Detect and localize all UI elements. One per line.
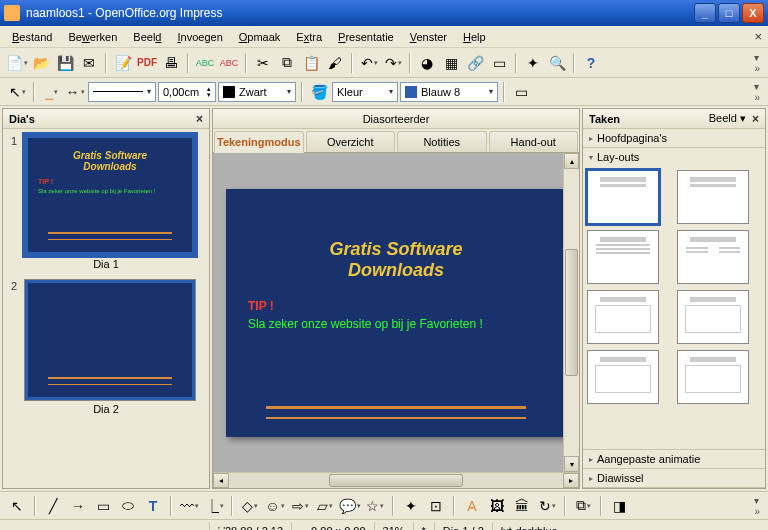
menu-bewerken[interactable]: Bewerken — [60, 29, 125, 45]
horizontal-scrollbar[interactable]: ◂ ▸ — [213, 472, 579, 488]
curve-tool[interactable]: 〰▾ — [178, 495, 200, 517]
menu-extra[interactable]: Extra — [288, 29, 330, 45]
arrange-tool[interactable]: ⧉▾ — [572, 495, 594, 517]
menu-presentatie[interactable]: Presentatie — [330, 29, 402, 45]
slide-panel: Dia's × 1 Gratis SoftwareDownloads TIP !… — [2, 108, 210, 489]
close-button[interactable]: X — [742, 3, 764, 23]
redo-button[interactable]: ↷▾ — [382, 52, 404, 74]
paste-button[interactable]: 📋 — [300, 52, 322, 74]
help-button[interactable]: ? — [580, 52, 602, 74]
menu-beeld[interactable]: Beeld — [125, 29, 169, 45]
save-button[interactable]: 💾 — [54, 52, 76, 74]
edit-button[interactable]: 📝 — [112, 52, 134, 74]
line-style-select[interactable]: ▾ — [88, 82, 156, 102]
menu-bestand[interactable]: Bestand — [4, 29, 60, 45]
email-button[interactable]: ✉ — [78, 52, 100, 74]
section-animation[interactable]: ▸Aangepaste animatie — [583, 450, 765, 469]
stars-tool[interactable]: ☆▾ — [364, 495, 386, 517]
undo-button[interactable]: ↶▾ — [358, 52, 380, 74]
layout-8[interactable] — [677, 350, 749, 404]
view-tabs: Tekeningmodus Overzicht Notities Hand-ou… — [213, 129, 579, 153]
new-button[interactable]: 📄▾ — [6, 52, 28, 74]
connector-tool[interactable]: ⎿▾ — [203, 495, 225, 517]
fill-mode-select[interactable]: Kleur▾ — [332, 82, 398, 102]
rect-tool[interactable]: ▭ — [92, 495, 114, 517]
symbol-shapes-tool[interactable]: ☺▾ — [264, 495, 286, 517]
slide-thumb-1[interactable]: 1 Gratis SoftwareDownloads TIP ! Sla zek… — [11, 135, 201, 270]
tab-tekeningmodus[interactable]: Tekeningmodus — [214, 131, 304, 153]
autospell-button[interactable]: ABC — [218, 52, 240, 74]
slideshow-button[interactable]: ▭ — [488, 52, 510, 74]
spellcheck-button[interactable]: ABC — [194, 52, 216, 74]
ellipse-tool[interactable]: ⬭ — [117, 495, 139, 517]
section-transition[interactable]: ▸Diawissel — [583, 469, 765, 488]
layout-4[interactable] — [677, 230, 749, 284]
callouts-tool[interactable]: 💬▾ — [339, 495, 361, 517]
from-file-tool[interactable]: 🖼 — [486, 495, 508, 517]
menu-help[interactable]: Help — [455, 29, 494, 45]
extrusion-tool[interactable]: ◨ — [608, 495, 630, 517]
chart-button[interactable]: ◕ — [416, 52, 438, 74]
text-tool[interactable]: T — [142, 495, 164, 517]
close-document-button[interactable]: × — [754, 29, 762, 44]
menu-venster[interactable]: Venster — [402, 29, 455, 45]
menu-opmaak[interactable]: Opmaak — [231, 29, 289, 45]
drawbar-overflow[interactable]: ▾» — [752, 493, 762, 519]
fill-color-select[interactable]: Blauw 8▾ — [400, 82, 498, 102]
select-tool[interactable]: ↖ — [6, 495, 28, 517]
maximize-button[interactable]: □ — [718, 3, 740, 23]
rotate-tool[interactable]: ↻▾ — [536, 495, 558, 517]
fill-bucket-button[interactable]: 🪣 — [308, 81, 330, 103]
menu-invoegen[interactable]: Invoegen — [169, 29, 230, 45]
fontwork-tool[interactable]: A — [461, 495, 483, 517]
pdf-button[interactable]: PDF — [136, 52, 158, 74]
tab-overzicht[interactable]: Overzicht — [306, 131, 396, 152]
slide-panel-close[interactable]: × — [196, 112, 203, 126]
line-tool[interactable]: ╱ — [42, 495, 64, 517]
toolbar-overflow[interactable]: ▾» — [752, 50, 762, 76]
slide-list[interactable]: 1 Gratis SoftwareDownloads TIP ! Sla zek… — [3, 129, 209, 488]
print-button[interactable]: 🖶 — [160, 52, 182, 74]
tab-handout[interactable]: Hand-out — [489, 131, 579, 152]
task-panel-close[interactable]: × — [752, 112, 759, 126]
cut-button[interactable]: ✂ — [252, 52, 274, 74]
format-paint-button[interactable]: 🖌 — [324, 52, 346, 74]
layout-2[interactable] — [677, 170, 749, 224]
sorter-tab[interactable]: Diasorteerder — [213, 109, 579, 129]
layout-7[interactable] — [587, 350, 659, 404]
vertical-scrollbar[interactable]: ▴ ▾ — [563, 153, 579, 472]
status-zoom[interactable]: 31% — [375, 522, 414, 531]
minimize-button[interactable]: _ — [694, 3, 716, 23]
app-icon — [4, 5, 20, 21]
arrow-style-button[interactable]: ↔▾ — [64, 81, 86, 103]
tab-notities[interactable]: Notities — [397, 131, 487, 152]
table-button[interactable]: ▦ — [440, 52, 462, 74]
basic-shapes-tool[interactable]: ◇▾ — [239, 495, 261, 517]
section-master[interactable]: ▸Hoofdpagina's — [583, 129, 765, 148]
points-tool[interactable]: ✦ — [400, 495, 422, 517]
copy-button[interactable]: ⧉ — [276, 52, 298, 74]
task-view-menu[interactable]: Beeld ▾ — [709, 112, 746, 125]
layout-3[interactable] — [587, 230, 659, 284]
arrow-line-tool[interactable]: → — [67, 495, 89, 517]
layout-1[interactable] — [587, 170, 659, 224]
slide-thumb-2[interactable]: 2 Dia 2 — [11, 280, 201, 415]
gallery-tool[interactable]: 🏛 — [511, 495, 533, 517]
current-slide[interactable]: Gratis SoftwareDownloads TIP ! Sla zeker… — [226, 189, 566, 437]
zoom-button[interactable]: 🔍 — [546, 52, 568, 74]
glue-tool[interactable]: ⊡ — [425, 495, 447, 517]
navigator-button[interactable]: ✦ — [522, 52, 544, 74]
line-color-select[interactable]: Zwart▾ — [218, 82, 296, 102]
hyperlink-button[interactable]: 🔗 — [464, 52, 486, 74]
layout-5[interactable] — [587, 290, 659, 344]
layout-6[interactable] — [677, 290, 749, 344]
line-width-spin[interactable]: 0,00cm▴▾ — [158, 82, 216, 102]
slide-canvas[interactable]: Gratis SoftwareDownloads TIP ! Sla zeker… — [213, 153, 579, 472]
shadow-button[interactable]: ▭ — [510, 81, 532, 103]
line-end-button[interactable]: ⎯▾ — [40, 81, 62, 103]
flowchart-tool[interactable]: ▱▾ — [314, 495, 336, 517]
arrow-tool[interactable]: ↖▾ — [6, 81, 28, 103]
toolbar2-overflow[interactable]: ▾» — [752, 79, 762, 105]
open-button[interactable]: 📂 — [30, 52, 52, 74]
block-arrows-tool[interactable]: ⇨▾ — [289, 495, 311, 517]
